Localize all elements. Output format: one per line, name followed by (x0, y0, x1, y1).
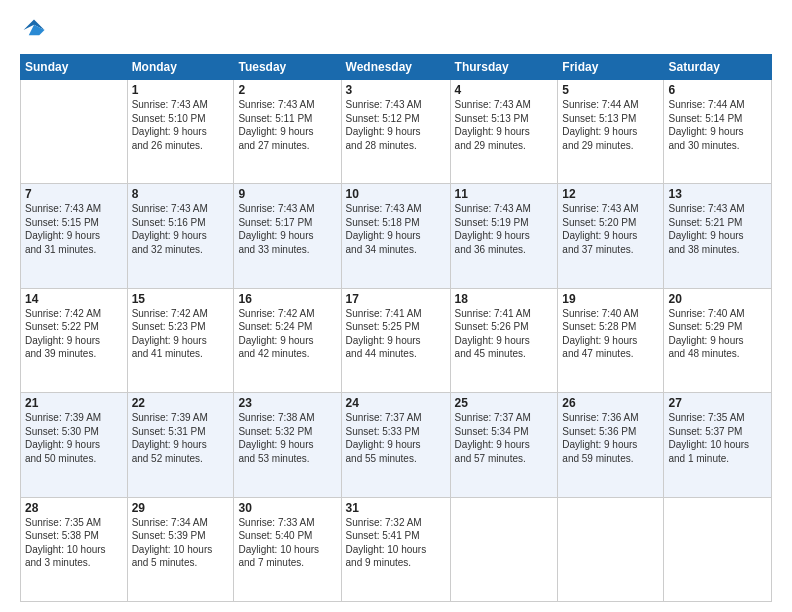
calendar-cell (664, 497, 772, 601)
day-number: 10 (346, 187, 446, 201)
day-info: Sunrise: 7:42 AM Sunset: 5:24 PM Dayligh… (238, 307, 336, 361)
day-info: Sunrise: 7:42 AM Sunset: 5:22 PM Dayligh… (25, 307, 123, 361)
day-number: 1 (132, 83, 230, 97)
day-number: 25 (455, 396, 554, 410)
day-number: 21 (25, 396, 123, 410)
calendar-cell: 3Sunrise: 7:43 AM Sunset: 5:12 PM Daylig… (341, 80, 450, 184)
calendar-cell: 19Sunrise: 7:40 AM Sunset: 5:28 PM Dayli… (558, 288, 664, 392)
day-info: Sunrise: 7:43 AM Sunset: 5:16 PM Dayligh… (132, 202, 230, 256)
day-number: 12 (562, 187, 659, 201)
day-number: 18 (455, 292, 554, 306)
calendar-cell: 30Sunrise: 7:33 AM Sunset: 5:40 PM Dayli… (234, 497, 341, 601)
column-header-tuesday: Tuesday (234, 55, 341, 80)
day-number: 2 (238, 83, 336, 97)
calendar-cell: 26Sunrise: 7:36 AM Sunset: 5:36 PM Dayli… (558, 393, 664, 497)
calendar-cell: 13Sunrise: 7:43 AM Sunset: 5:21 PM Dayli… (664, 184, 772, 288)
day-number: 28 (25, 501, 123, 515)
calendar-cell: 20Sunrise: 7:40 AM Sunset: 5:29 PM Dayli… (664, 288, 772, 392)
calendar-cell: 23Sunrise: 7:38 AM Sunset: 5:32 PM Dayli… (234, 393, 341, 497)
day-number: 11 (455, 187, 554, 201)
day-number: 27 (668, 396, 767, 410)
calendar-week-3: 14Sunrise: 7:42 AM Sunset: 5:22 PM Dayli… (21, 288, 772, 392)
calendar-cell: 18Sunrise: 7:41 AM Sunset: 5:26 PM Dayli… (450, 288, 558, 392)
day-info: Sunrise: 7:43 AM Sunset: 5:18 PM Dayligh… (346, 202, 446, 256)
calendar-cell (558, 497, 664, 601)
calendar-cell: 22Sunrise: 7:39 AM Sunset: 5:31 PM Dayli… (127, 393, 234, 497)
day-number: 3 (346, 83, 446, 97)
day-info: Sunrise: 7:37 AM Sunset: 5:33 PM Dayligh… (346, 411, 446, 465)
calendar-cell: 12Sunrise: 7:43 AM Sunset: 5:20 PM Dayli… (558, 184, 664, 288)
day-number: 6 (668, 83, 767, 97)
day-info: Sunrise: 7:35 AM Sunset: 5:37 PM Dayligh… (668, 411, 767, 465)
calendar-cell: 27Sunrise: 7:35 AM Sunset: 5:37 PM Dayli… (664, 393, 772, 497)
day-info: Sunrise: 7:43 AM Sunset: 5:15 PM Dayligh… (25, 202, 123, 256)
day-info: Sunrise: 7:41 AM Sunset: 5:26 PM Dayligh… (455, 307, 554, 361)
column-header-monday: Monday (127, 55, 234, 80)
day-number: 20 (668, 292, 767, 306)
day-number: 5 (562, 83, 659, 97)
day-info: Sunrise: 7:32 AM Sunset: 5:41 PM Dayligh… (346, 516, 446, 570)
calendar-cell: 17Sunrise: 7:41 AM Sunset: 5:25 PM Dayli… (341, 288, 450, 392)
calendar-cell: 2Sunrise: 7:43 AM Sunset: 5:11 PM Daylig… (234, 80, 341, 184)
column-header-thursday: Thursday (450, 55, 558, 80)
column-header-sunday: Sunday (21, 55, 128, 80)
day-number: 9 (238, 187, 336, 201)
calendar-cell: 1Sunrise: 7:43 AM Sunset: 5:10 PM Daylig… (127, 80, 234, 184)
page: SundayMondayTuesdayWednesdayThursdayFrid… (0, 0, 792, 612)
day-info: Sunrise: 7:42 AM Sunset: 5:23 PM Dayligh… (132, 307, 230, 361)
day-info: Sunrise: 7:43 AM Sunset: 5:10 PM Dayligh… (132, 98, 230, 152)
calendar-cell (21, 80, 128, 184)
calendar-cell: 4Sunrise: 7:43 AM Sunset: 5:13 PM Daylig… (450, 80, 558, 184)
calendar-week-4: 21Sunrise: 7:39 AM Sunset: 5:30 PM Dayli… (21, 393, 772, 497)
day-info: Sunrise: 7:43 AM Sunset: 5:12 PM Dayligh… (346, 98, 446, 152)
day-number: 30 (238, 501, 336, 515)
day-number: 14 (25, 292, 123, 306)
day-number: 19 (562, 292, 659, 306)
day-number: 29 (132, 501, 230, 515)
calendar-header-row: SundayMondayTuesdayWednesdayThursdayFrid… (21, 55, 772, 80)
day-info: Sunrise: 7:44 AM Sunset: 5:13 PM Dayligh… (562, 98, 659, 152)
calendar-cell: 8Sunrise: 7:43 AM Sunset: 5:16 PM Daylig… (127, 184, 234, 288)
calendar-cell (450, 497, 558, 601)
calendar-cell: 7Sunrise: 7:43 AM Sunset: 5:15 PM Daylig… (21, 184, 128, 288)
calendar-cell: 16Sunrise: 7:42 AM Sunset: 5:24 PM Dayli… (234, 288, 341, 392)
column-header-saturday: Saturday (664, 55, 772, 80)
calendar: SundayMondayTuesdayWednesdayThursdayFrid… (20, 54, 772, 602)
day-number: 13 (668, 187, 767, 201)
day-info: Sunrise: 7:38 AM Sunset: 5:32 PM Dayligh… (238, 411, 336, 465)
column-header-friday: Friday (558, 55, 664, 80)
calendar-cell: 6Sunrise: 7:44 AM Sunset: 5:14 PM Daylig… (664, 80, 772, 184)
calendar-cell: 11Sunrise: 7:43 AM Sunset: 5:19 PM Dayli… (450, 184, 558, 288)
day-info: Sunrise: 7:40 AM Sunset: 5:28 PM Dayligh… (562, 307, 659, 361)
calendar-week-2: 7Sunrise: 7:43 AM Sunset: 5:15 PM Daylig… (21, 184, 772, 288)
calendar-cell: 21Sunrise: 7:39 AM Sunset: 5:30 PM Dayli… (21, 393, 128, 497)
day-info: Sunrise: 7:39 AM Sunset: 5:30 PM Dayligh… (25, 411, 123, 465)
calendar-cell: 29Sunrise: 7:34 AM Sunset: 5:39 PM Dayli… (127, 497, 234, 601)
day-info: Sunrise: 7:40 AM Sunset: 5:29 PM Dayligh… (668, 307, 767, 361)
logo (20, 16, 52, 44)
day-number: 23 (238, 396, 336, 410)
day-info: Sunrise: 7:43 AM Sunset: 5:19 PM Dayligh… (455, 202, 554, 256)
day-info: Sunrise: 7:33 AM Sunset: 5:40 PM Dayligh… (238, 516, 336, 570)
day-number: 17 (346, 292, 446, 306)
day-number: 16 (238, 292, 336, 306)
day-info: Sunrise: 7:39 AM Sunset: 5:31 PM Dayligh… (132, 411, 230, 465)
svg-marker-1 (29, 25, 45, 36)
calendar-cell: 5Sunrise: 7:44 AM Sunset: 5:13 PM Daylig… (558, 80, 664, 184)
day-number: 22 (132, 396, 230, 410)
calendar-cell: 15Sunrise: 7:42 AM Sunset: 5:23 PM Dayli… (127, 288, 234, 392)
day-info: Sunrise: 7:36 AM Sunset: 5:36 PM Dayligh… (562, 411, 659, 465)
calendar-cell: 28Sunrise: 7:35 AM Sunset: 5:38 PM Dayli… (21, 497, 128, 601)
day-info: Sunrise: 7:43 AM Sunset: 5:13 PM Dayligh… (455, 98, 554, 152)
day-info: Sunrise: 7:44 AM Sunset: 5:14 PM Dayligh… (668, 98, 767, 152)
calendar-cell: 24Sunrise: 7:37 AM Sunset: 5:33 PM Dayli… (341, 393, 450, 497)
calendar-cell: 14Sunrise: 7:42 AM Sunset: 5:22 PM Dayli… (21, 288, 128, 392)
calendar-cell: 9Sunrise: 7:43 AM Sunset: 5:17 PM Daylig… (234, 184, 341, 288)
calendar-cell: 25Sunrise: 7:37 AM Sunset: 5:34 PM Dayli… (450, 393, 558, 497)
calendar-cell: 10Sunrise: 7:43 AM Sunset: 5:18 PM Dayli… (341, 184, 450, 288)
column-header-wednesday: Wednesday (341, 55, 450, 80)
day-info: Sunrise: 7:41 AM Sunset: 5:25 PM Dayligh… (346, 307, 446, 361)
day-info: Sunrise: 7:35 AM Sunset: 5:38 PM Dayligh… (25, 516, 123, 570)
calendar-cell: 31Sunrise: 7:32 AM Sunset: 5:41 PM Dayli… (341, 497, 450, 601)
logo-icon (20, 16, 48, 44)
